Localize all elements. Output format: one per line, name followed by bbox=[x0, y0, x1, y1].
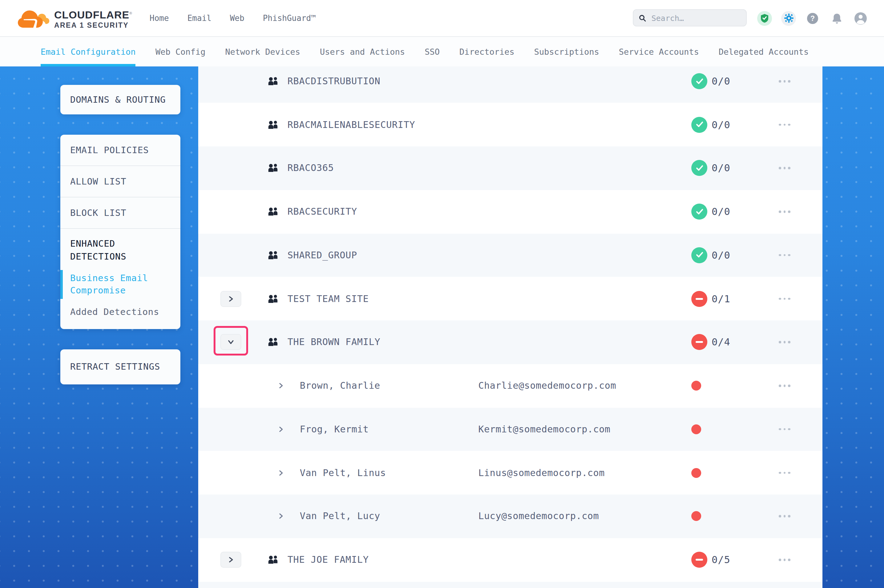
row-actions-button[interactable] bbox=[777, 339, 791, 346]
table-row: Frog, Kermit Kermit@somedemocorp.com bbox=[198, 408, 822, 451]
tab-subscriptions[interactable]: Subscriptions bbox=[534, 37, 599, 66]
status-badge bbox=[691, 73, 707, 89]
row-actions-button[interactable] bbox=[777, 295, 791, 302]
sidebar-item-added-detections[interactable]: Added Detections bbox=[70, 305, 170, 318]
member-email: Kermit@somedemocorp.com bbox=[478, 424, 610, 435]
group-name: RBACO365 bbox=[287, 163, 334, 174]
member-email: Lucy@somedemocorp.com bbox=[478, 511, 599, 522]
security-shield-icon[interactable] bbox=[757, 11, 772, 26]
content-area: DOMAINS & ROUTING EMAIL POLICIESALLOW LI… bbox=[0, 66, 884, 588]
group-name: TEST TEAM SITE bbox=[287, 293, 369, 304]
status-dot bbox=[691, 381, 701, 391]
group-people-icon bbox=[267, 250, 279, 260]
top-nav-item-web[interactable]: Web bbox=[230, 14, 244, 23]
notifications-bell-icon[interactable] bbox=[829, 11, 844, 26]
group-name: THE JOE FAMILY bbox=[287, 554, 369, 565]
group-people-icon bbox=[267, 555, 279, 564]
table-row: THE JOE FAMILY 0/5 bbox=[198, 538, 822, 582]
group-people-icon bbox=[267, 207, 279, 216]
status-count: 0/0 bbox=[712, 75, 731, 87]
app-header: CLOUDFLARE® AREA 1 SECURITY HomeEmailWeb… bbox=[0, 0, 884, 37]
table-row: SHARED_GROUP 0/0 bbox=[198, 233, 822, 277]
table-row: RBACO365 0/0 bbox=[198, 146, 822, 190]
app-viewport: CLOUDFLARE® AREA 1 SECURITY HomeEmailWeb… bbox=[0, 0, 884, 588]
group-name: RBACDISTRUBUTION bbox=[287, 76, 380, 87]
group-name: THE BROWN FAMILY bbox=[287, 337, 380, 348]
row-actions-button[interactable] bbox=[777, 78, 791, 85]
chevron-right-icon bbox=[278, 469, 284, 476]
account-avatar-icon[interactable] bbox=[853, 11, 868, 26]
expand-toggle-button[interactable] bbox=[220, 291, 241, 307]
sidebar-item-business-email-compromise[interactable]: Business Email Compromise bbox=[70, 272, 170, 297]
top-nav-item-home[interactable]: Home bbox=[150, 14, 169, 23]
table-row: THE BROWN FAMILY 0/4 bbox=[198, 321, 822, 364]
settings-gear-icon[interactable] bbox=[781, 11, 796, 26]
help-icon[interactable]: ? bbox=[805, 11, 820, 26]
groups-table: RBACDISTRUBUTION 0/0 RBACMAILENABLESECUR… bbox=[198, 66, 822, 588]
cloudflare-logo[interactable]: CLOUDFLARE® AREA 1 SECURITY bbox=[15, 6, 132, 30]
row-actions-button[interactable] bbox=[777, 426, 791, 433]
row-actions-button[interactable] bbox=[777, 469, 791, 476]
tab-users-and-actions[interactable]: Users and Actions bbox=[320, 37, 405, 66]
row-actions-button[interactable] bbox=[777, 121, 791, 128]
chevron-right-icon bbox=[278, 513, 284, 520]
status-badge bbox=[691, 291, 707, 307]
row-actions-button[interactable] bbox=[777, 382, 791, 389]
sidebar-section-enhanced-detections: ENHANCED DETECTIONS Business Email Compr… bbox=[60, 229, 180, 329]
member-email: Linus@somedemocorp.com bbox=[478, 467, 605, 478]
group-people-icon bbox=[267, 164, 279, 173]
status-badge bbox=[691, 204, 707, 220]
expand-toggle-button[interactable] bbox=[220, 334, 241, 350]
table-row-partial bbox=[198, 582, 822, 588]
top-nav-item-email[interactable]: Email bbox=[188, 14, 212, 23]
row-actions-button[interactable] bbox=[777, 556, 791, 563]
sidebar-item-block-list[interactable]: BLOCK LIST bbox=[60, 197, 180, 228]
member-name: Frog, Kermit bbox=[300, 424, 369, 435]
search-input[interactable] bbox=[650, 13, 741, 23]
row-actions-button[interactable] bbox=[777, 165, 791, 172]
row-actions-button[interactable] bbox=[777, 252, 791, 259]
group-people-icon bbox=[267, 338, 279, 347]
tab-email-configuration[interactable]: Email Configuration bbox=[41, 37, 136, 66]
brand-name: CLOUDFLARE® bbox=[54, 9, 132, 21]
group-name: RBACSECURITY bbox=[287, 206, 357, 217]
top-nav-item-phishguard[interactable]: PhishGuard™ bbox=[263, 14, 316, 23]
status-dot bbox=[691, 424, 701, 434]
member-email: Charlie@somedemocorp.com bbox=[478, 380, 616, 391]
table-row: RBACDISTRUBUTION 0/0 bbox=[198, 66, 822, 103]
table-row: TEST TEAM SITE 0/1 bbox=[198, 277, 822, 321]
tab-service-accounts[interactable]: Service Accounts bbox=[619, 37, 699, 66]
config-tabs: Email ConfigurationWeb ConfigNetwork Dev… bbox=[0, 37, 884, 66]
table-row: RBACMAILENABLESECURITY 0/0 bbox=[198, 103, 822, 147]
brand-subtitle: AREA 1 SECURITY bbox=[54, 22, 132, 29]
row-actions-button[interactable] bbox=[777, 208, 791, 215]
tab-delegated-accounts[interactable]: Delegated Accounts bbox=[719, 37, 809, 66]
search-box[interactable] bbox=[633, 9, 747, 27]
status-count: 0/4 bbox=[712, 336, 731, 348]
status-dot bbox=[691, 468, 701, 478]
tab-sso[interactable]: SSO bbox=[425, 37, 440, 66]
sidebar-item-domains-routing[interactable]: DOMAINS & ROUTING bbox=[60, 85, 180, 114]
sidebar-item-retract-settings[interactable]: RETRACT SETTINGS bbox=[60, 350, 180, 384]
group-people-icon bbox=[267, 294, 279, 303]
tab-directories[interactable]: Directories bbox=[459, 37, 514, 66]
status-count: 0/5 bbox=[712, 554, 731, 566]
member-name: Brown, Charlie bbox=[300, 380, 380, 391]
group-name: SHARED_GROUP bbox=[287, 250, 357, 261]
table-row: Brown, Charlie Charlie@somedemocorp.com bbox=[198, 364, 822, 408]
svg-text:?: ? bbox=[810, 14, 815, 22]
status-badge bbox=[691, 247, 707, 263]
sidebar-item-allow-list[interactable]: ALLOW LIST bbox=[60, 166, 180, 197]
sidebar-item-email-policies[interactable]: EMAIL POLICIES bbox=[60, 135, 180, 165]
tab-network-devices[interactable]: Network Devices bbox=[225, 37, 300, 66]
status-count: 0/0 bbox=[712, 206, 731, 218]
expand-toggle-button[interactable] bbox=[220, 552, 241, 568]
enhanced-detections-title[interactable]: ENHANCED DETECTIONS bbox=[70, 237, 170, 263]
member-name: Van Pelt, Linus bbox=[300, 467, 386, 478]
chevron-right-icon bbox=[278, 426, 284, 433]
cloudflare-cloud-icon bbox=[15, 7, 49, 30]
row-actions-button[interactable] bbox=[777, 513, 791, 520]
group-people-icon bbox=[267, 76, 279, 86]
chevron-right-icon bbox=[278, 382, 284, 389]
tab-web-config[interactable]: Web Config bbox=[155, 37, 206, 66]
